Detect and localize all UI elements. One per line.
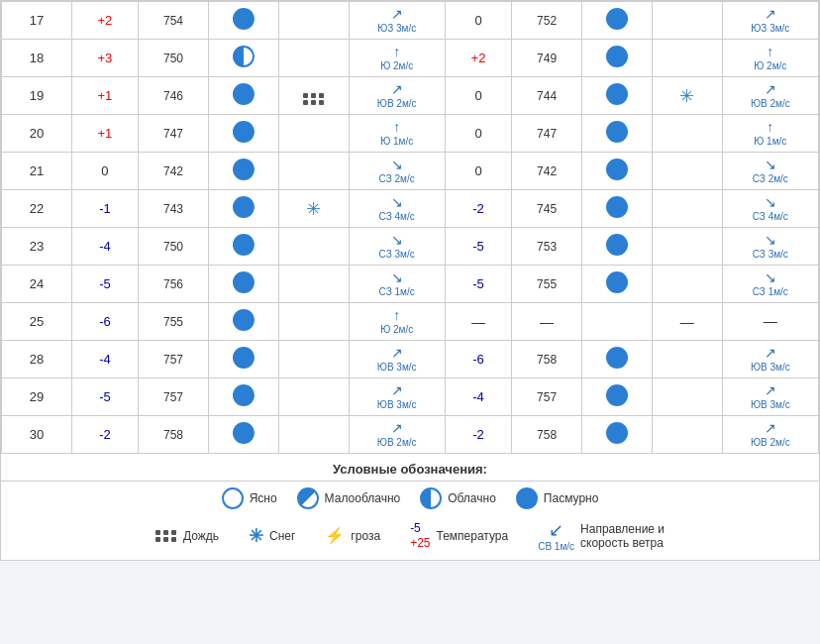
wind-text: Ю 2м/с (726, 60, 815, 72)
precip2-cell (652, 266, 722, 303)
legend-yasno: Ясно (222, 487, 277, 509)
wind-text: ЮВ 2м/с (726, 98, 815, 110)
wind-cell: ↘ СЗ 4м/с (726, 194, 815, 223)
legend-temperature: -5 +25 Температура (410, 521, 508, 550)
pressure2-cell: 758 (512, 416, 582, 454)
temp1-value: +3 (98, 51, 113, 65)
temp2-value: +2 (471, 51, 486, 65)
wind2-cell: ↘ СЗ 2м/с (722, 153, 818, 190)
cloud2-cell (581, 303, 652, 341)
wind-arrow-icon: ↗ (726, 345, 815, 362)
wind-text: ЮВ 2м/с (726, 437, 815, 449)
pressure2-cell: 752 (512, 2, 582, 40)
table-row: 19 +1 746 ↗ ЮВ 2м/с 0 744 ✳ ↗ ЮВ 2м/с (2, 77, 819, 115)
table-row: 30 -2 758 ↗ ЮВ 2м/с -2 758 ↗ ЮВ 2м/с (2, 416, 819, 454)
temp2-cell: -5 (445, 266, 511, 303)
wind1-cell: ↘ СЗ 3м/с (349, 228, 445, 266)
legend-row2: Дождь ✳ Снег ⚡ гроза -5 +25 Температура … (1, 515, 819, 560)
precip1-cell (278, 115, 349, 153)
cloud-full-icon (233, 8, 255, 30)
wind-cell: ↗ ЮВ 3м/с (353, 382, 442, 411)
precip1-cell (278, 228, 349, 266)
wind-text: ЮВ 2м/с (353, 98, 442, 110)
wind-cell: ↗ ЮЗ 3м/с (353, 6, 442, 35)
cloud2-cell (581, 115, 652, 153)
wind2-cell: ↗ ЮВ 3м/с (722, 378, 818, 416)
wind2-cell: ↗ ЮВ 3м/с (722, 341, 818, 378)
legend-maloob-label: Малооблачно (325, 491, 401, 505)
cloud2-cell (581, 190, 652, 228)
precip1-cell (278, 2, 349, 40)
wind-arrow-icon: ↘ (726, 194, 815, 211)
cloud-half-icon (233, 46, 255, 67)
cloud2-cell (581, 40, 652, 77)
pressure2-cell: 747 (512, 115, 582, 153)
legend-wind-box: ↙ СВ 1м/с (538, 519, 574, 552)
empty-circle-icon (222, 487, 244, 509)
wind2-cell: ↘ СЗ 1м/с (722, 266, 818, 303)
cloud-full-icon (233, 309, 255, 331)
legend-rain-label: Дождь (183, 529, 219, 543)
wind1-cell: ↘ СЗ 2м/с (349, 153, 445, 190)
legend-wind-direction: ↙ СВ 1м/с Направление и скорость ветра (538, 519, 665, 552)
wind-text: ЮЗ 3м/с (353, 23, 442, 35)
wind-arrow-icon: ↘ (353, 157, 442, 173)
pressure1-cell: 747 (139, 115, 209, 153)
wind2-cell: ↗ ЮЗ 3м/с (722, 2, 818, 40)
pressure1-cell: 757 (139, 341, 209, 378)
wind-cell: ↘ СЗ 1м/с (353, 269, 442, 298)
precip1-cell (278, 266, 349, 303)
legend-oblacho-label: Облачно (448, 491, 496, 505)
wind-cell: ↘ СЗ 2м/с (726, 157, 815, 185)
temp2-value: -2 (472, 201, 484, 216)
wind-arrow-icon: ↘ (726, 269, 815, 286)
precip1-cell (278, 341, 349, 378)
precip1-cell (278, 378, 349, 416)
precip2-cell (652, 40, 722, 77)
wind2-cell: ↗ ЮВ 2м/с (722, 416, 818, 454)
wind2-cell: ↘ СЗ 4м/с (722, 190, 818, 228)
legend-yasno-label: Ясно (250, 491, 277, 505)
precip2-cell (652, 416, 722, 454)
cloud-full-icon (606, 271, 628, 293)
cloud1-cell (208, 77, 278, 115)
wind-cell: ↘ СЗ 3м/с (353, 232, 442, 261)
wind1-cell: ↘ СЗ 4м/с (349, 190, 445, 228)
wind1-cell: ↗ ЮВ 3м/с (349, 378, 445, 416)
temp2-cell: 0 (445, 77, 511, 115)
temp1-cell: -6 (71, 303, 138, 341)
cloud1-cell (208, 228, 278, 266)
day-cell: 25 (2, 303, 72, 341)
temp2-value: 0 (474, 126, 481, 141)
half-circle-icon (420, 487, 442, 509)
cloud-full-icon (233, 121, 255, 143)
cloud2-cell (581, 378, 652, 416)
wind-arrow-icon: ↗ (353, 420, 442, 437)
temp1-cell: -1 (71, 190, 138, 228)
table-row: 20 +1 747 ↑ Ю 1м/с 0 747 ↑ Ю 1м/с (2, 115, 819, 153)
pressure2-cell: 742 (512, 153, 582, 190)
cloud1-cell (208, 266, 278, 303)
temp2-value: 0 (474, 88, 481, 103)
cloud-full-icon (606, 384, 628, 406)
cloud1-cell (208, 190, 278, 228)
wind-text: Ю 2м/с (353, 324, 442, 336)
wind-arrow-icon: ↘ (726, 157, 815, 173)
precip2-cell (652, 2, 722, 40)
legend-thunder: ⚡ гроза (325, 526, 380, 545)
wind-arrow-icon: ↘ (353, 232, 442, 249)
wind-arrow-icon: ↗ (726, 382, 815, 399)
temp1-value: -2 (99, 427, 111, 442)
cloud-full-icon (233, 159, 255, 180)
temp2-cell: 0 (445, 153, 511, 190)
full-circle-icon (516, 487, 538, 509)
wind-cell: ↑ Ю 1м/с (726, 119, 815, 148)
cloud-full-icon (606, 422, 628, 444)
temp2-cell: — (445, 303, 511, 341)
snow-precip-icon: ✳ (306, 199, 321, 219)
precip2-cell (652, 378, 722, 416)
wind1-cell: ↗ ЮВ 2м/с (349, 77, 445, 115)
temp1-cell: -5 (71, 378, 138, 416)
wind-arrow-icon: ↑ (353, 44, 442, 60)
legend-rain: Дождь (155, 529, 219, 543)
